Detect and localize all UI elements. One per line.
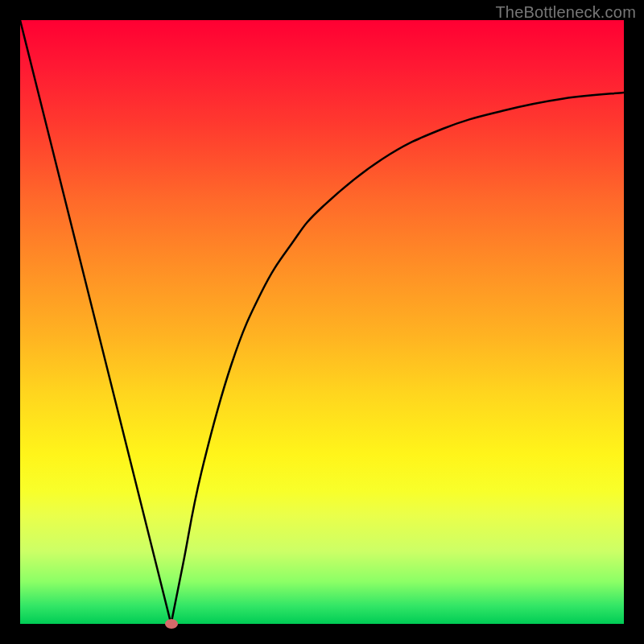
bottleneck-curve: [20, 20, 624, 624]
watermark-text: TheBottleneck.com: [495, 3, 636, 22]
plot-area: [20, 20, 624, 624]
min-point-marker: [165, 619, 178, 629]
chart-frame: TheBottleneck.com: [0, 0, 644, 644]
